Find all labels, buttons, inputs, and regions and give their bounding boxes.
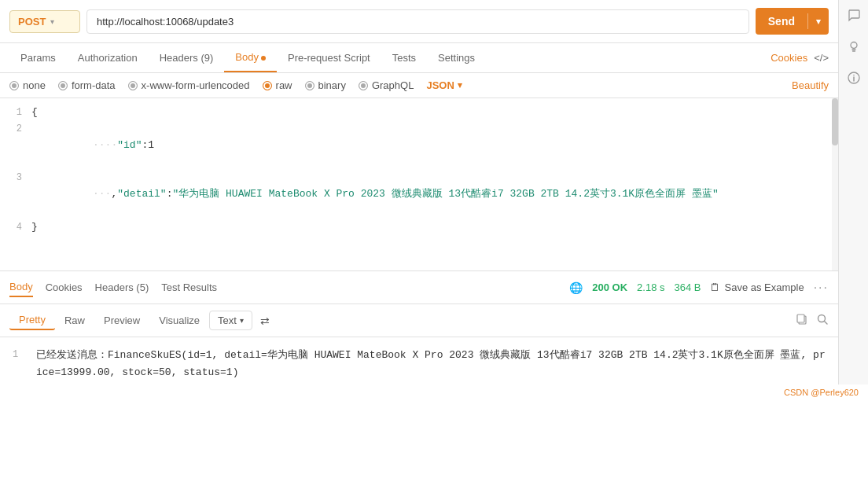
url-bar: POST ▾ Send ▾ — [0, 0, 838, 43]
radio-form-data[interactable]: form-data — [58, 79, 116, 91]
svg-point-7 — [853, 75, 855, 76]
radio-url-encoded-circle — [128, 81, 138, 90]
tab-settings[interactable]: Settings — [427, 44, 486, 72]
editor-scrollbar-thumb — [832, 98, 838, 145]
format-tab-pretty[interactable]: Pretty — [9, 311, 55, 330]
line-content-2: ····"id":1 — [31, 121, 838, 170]
line-content-4: } — [31, 219, 838, 236]
method-dropdown[interactable]: POST ▾ — [9, 10, 80, 33]
svg-line-3 — [825, 321, 828, 324]
code-icon[interactable]: </> — [814, 52, 829, 64]
tab-headers[interactable]: Headers (9) — [149, 44, 225, 72]
code-line-3: 3 ···,"detail":"华为电脑 HUAWEI MateBook X P… — [0, 170, 838, 219]
response-content: 1 已经发送消息：FinanceSkuES(id=1, detail=华为电脑 … — [0, 337, 838, 400]
status-size: 364 B — [675, 281, 701, 293]
search-icon[interactable] — [816, 313, 829, 329]
line-content-1: { — [31, 105, 838, 121]
text-type-dropdown[interactable]: Text ▾ — [209, 311, 252, 330]
dots-3: ··· — [93, 188, 111, 200]
tab-params[interactable]: Params — [9, 44, 67, 72]
text-chevron-icon: ▾ — [240, 316, 244, 325]
save-icon: 🗒 — [710, 281, 720, 293]
radio-binary[interactable]: binary — [305, 79, 346, 91]
line-num-2: 2 — [0, 121, 31, 137]
body-dot — [261, 56, 266, 61]
resp-line-num-1: 1 — [13, 347, 36, 362]
tab-tests[interactable]: Tests — [381, 44, 427, 72]
radio-raw[interactable]: raw — [263, 79, 292, 91]
tab-pre-request-script[interactable]: Pre-request Script — [277, 44, 381, 72]
radio-none-circle — [9, 81, 19, 90]
svg-point-4 — [851, 42, 857, 49]
code-line-1: 1 { — [0, 105, 838, 121]
status-ok: 200 OK — [592, 281, 627, 293]
dots-2: ···· — [93, 139, 117, 151]
format-tab-visualize[interactable]: Visualize — [149, 311, 209, 329]
resp-text-1: 已经发送消息：FinanceSkuES(id=1, detail=华为电脑 HU… — [36, 347, 826, 381]
response-tab-test-results[interactable]: Test Results — [161, 278, 217, 296]
cookies-link[interactable]: Cookies — [771, 52, 807, 64]
status-time: 2.18 s — [637, 281, 664, 293]
code-line-2: 2 ····"id":1 — [0, 121, 838, 170]
tab-bar: Params Authorization Headers (9) Body Pr… — [0, 43, 838, 73]
footer: CSDN @Perley620 — [774, 384, 868, 400]
json-chevron-icon: ▾ — [458, 80, 462, 90]
line-content-3: ···,"detail":"华为电脑 HUAWEI MateBook X Pro… — [31, 170, 838, 219]
method-label: POST — [18, 16, 46, 28]
url-input[interactable] — [86, 9, 749, 34]
radio-binary-circle — [305, 81, 314, 90]
send-label: Send — [756, 15, 807, 28]
save-example-button[interactable]: 🗒 Save as Example — [710, 281, 804, 293]
tab-authorization[interactable]: Authorization — [67, 44, 149, 72]
editor-scrollbar[interactable] — [832, 98, 838, 270]
wrap-icon[interactable]: ⇄ — [260, 315, 270, 327]
format-bar: Pretty Raw Preview Visualize Text ▾ ⇄ — [0, 304, 838, 337]
beautify-button[interactable]: Beautify — [792, 79, 829, 91]
response-tab-cookies[interactable]: Cookies — [46, 278, 83, 296]
json-type-dropdown[interactable]: JSON ▾ — [426, 79, 462, 91]
code-editor[interactable]: 1 { 2 ····"id":1 3 ···,"detail":"华为电脑 HU… — [0, 98, 838, 271]
body-type-bar: none form-data x-www-form-urlencoded raw… — [0, 73, 838, 98]
radio-graphql[interactable]: GraphQL — [359, 79, 414, 91]
response-tab-body[interactable]: Body — [9, 278, 33, 297]
radio-graphql-circle — [359, 81, 368, 90]
chat-icon[interactable] — [847, 8, 861, 25]
radio-url-encoded[interactable]: x-www-form-urlencoded — [128, 79, 250, 91]
chevron-down-icon: ▾ — [50, 17, 54, 26]
send-arrow-icon[interactable]: ▾ — [808, 17, 829, 27]
tab-body[interactable]: Body — [224, 43, 277, 72]
response-tab-headers[interactable]: Headers (5) — [95, 278, 149, 296]
more-options-button[interactable]: ··· — [814, 281, 829, 295]
radio-none[interactable]: none — [9, 79, 46, 91]
globe-icon: 🌐 — [569, 281, 583, 294]
format-tab-preview[interactable]: Preview — [94, 311, 149, 329]
line-num-1: 1 — [0, 105, 31, 120]
response-status: 🌐 200 OK 2.18 s 364 B 🗒 Save as Example … — [569, 281, 829, 295]
radio-raw-circle — [263, 81, 272, 90]
response-bar: Body Cookies Headers (5) Test Results 🌐 … — [0, 271, 838, 304]
line-num-3: 3 — [0, 170, 31, 186]
info-icon[interactable] — [847, 71, 861, 88]
radio-form-data-circle — [58, 81, 68, 90]
copy-icon[interactable] — [796, 313, 808, 329]
line-num-4: 4 — [0, 219, 31, 235]
svg-rect-1 — [797, 315, 804, 322]
send-button[interactable]: Send ▾ — [756, 8, 829, 35]
bulb-icon[interactable] — [847, 39, 861, 57]
response-line-1: 1 已经发送消息：FinanceSkuES(id=1, detail=华为电脑 … — [13, 347, 826, 381]
code-line-4: 4 } — [0, 219, 838, 236]
right-sidebar — [838, 0, 868, 400]
format-actions — [796, 313, 829, 329]
format-tab-raw[interactable]: Raw — [55, 311, 94, 329]
